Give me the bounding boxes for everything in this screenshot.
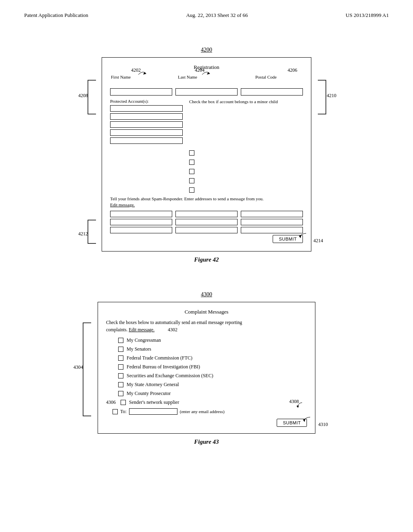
minor-label: Check the box if account belongs to a mi… (189, 99, 278, 147)
checkbox-row-1: My Senators (118, 346, 307, 352)
to-input[interactable] (129, 408, 177, 415)
last-name-field[interactable] (175, 88, 238, 96)
fig42-diagram: Registration First Name 4202 Last Name (102, 57, 311, 251)
checkbox-4[interactable] (118, 373, 123, 378)
header-left: Patent Application Publication (24, 12, 88, 19)
checkbox-7[interactable] (121, 400, 126, 405)
first-name-field[interactable] (110, 88, 172, 96)
postal-code-field[interactable] (241, 88, 303, 96)
to-row: To: (enter any email address) (113, 408, 307, 415)
minor-checkbox-4[interactable] (189, 178, 194, 183)
fig42-number: 4200 (201, 47, 212, 53)
callout-4206: 4206 (288, 67, 297, 73)
arrow-4204 (202, 71, 210, 75)
checkbox-5[interactable] (118, 382, 123, 387)
fig43-label: Figure 43 (194, 438, 219, 445)
friends-grid (110, 211, 303, 233)
fig42-submit-row: SUBMIT 4214 (110, 235, 303, 243)
to-hint: (enter any email address) (180, 409, 225, 414)
checkbox-6[interactable] (118, 391, 123, 396)
checkbox-row-3: Federal Bureau of Investigation (FBI) (118, 364, 307, 370)
checkbox-row-5: My State Attorney General (118, 382, 307, 388)
arrow-4202 (138, 71, 146, 75)
fig43-diagram: Complaint Messages Check the boxes below… (98, 302, 315, 434)
minor-checkbox-5[interactable] (189, 187, 194, 193)
callout-4310: 4310 (318, 422, 328, 428)
checkbox-1[interactable] (118, 347, 123, 352)
friends-row-3 (110, 227, 303, 233)
arrow-4308 (296, 402, 303, 408)
fig43-submit-button[interactable]: SUBMIT (277, 419, 307, 427)
callout-4214: 4214 (313, 238, 323, 244)
protected-fields (110, 105, 183, 144)
minor-checkbox-2[interactable] (189, 160, 194, 165)
checkbox-row-4: Securities and Exchange Commission (SEC) (118, 373, 307, 379)
friends-cell-3-1[interactable] (110, 227, 172, 233)
checkbox-row-2: Federal Trade Commission (FTC) (118, 355, 307, 361)
minor-checkbox-3[interactable] (189, 169, 194, 174)
friends-cell-2-2[interactable] (175, 219, 238, 225)
fig43-title: Complaint Messages (106, 309, 307, 315)
callout-4302-inline: 4302 (168, 327, 177, 332)
svg-marker-1 (207, 72, 210, 75)
checkbox-0[interactable] (118, 338, 123, 343)
fig42-top-fields (110, 88, 303, 96)
checkbox-2[interactable] (118, 355, 123, 361)
friends-cell-1-1[interactable] (110, 211, 172, 217)
first-name-label: First Name (111, 75, 131, 79)
protected-field-4[interactable] (110, 129, 183, 136)
callout-4212: 4212 (78, 231, 88, 237)
fig43-number: 4300 (201, 291, 212, 297)
friends-cell-3-2[interactable] (175, 227, 238, 233)
arrow-4310 (303, 416, 311, 423)
header-center: Aug. 22, 2013 Sheet 32 of 66 (186, 12, 248, 19)
protected-field-2[interactable] (110, 113, 183, 120)
friends-cell-1-3[interactable] (241, 211, 303, 217)
friends-cell-2-1[interactable] (110, 219, 172, 225)
svg-marker-3 (296, 405, 299, 408)
protected-field-1[interactable] (110, 105, 183, 112)
fig42-label: Figure 42 (194, 256, 219, 263)
page: Patent Application Publication Aug. 22, … (0, 0, 413, 532)
checkbox-row-0: My Congressman (118, 337, 307, 343)
callout-4208: 4208 (78, 93, 88, 99)
fig42-submit-button[interactable]: SUBMIT (273, 235, 303, 243)
protected-section: Protected Account(s): Che (110, 99, 303, 193)
callout-4306: 4306 (106, 399, 116, 405)
svg-marker-2 (299, 235, 301, 238)
fig43-edit-link[interactable]: Edit message. (129, 327, 154, 332)
header-right: US 2013/218999 A1 (346, 12, 389, 19)
patent-header: Patent Application Publication Aug. 22, … (24, 12, 389, 19)
friends-row-1 (110, 211, 303, 217)
minor-checkbox-1[interactable] (189, 150, 194, 156)
checkbox-row-6: My County Prosecutor (118, 391, 307, 397)
friends-cell-3-3[interactable] (241, 227, 303, 233)
checkboxes-col (189, 150, 194, 193)
tell-friends-text: Tell your friends about Spam-Responder. … (110, 196, 303, 208)
arrow-4214 (299, 233, 307, 239)
friends-row-2 (110, 219, 303, 225)
to-checkbox[interactable] (113, 409, 118, 414)
friends-cell-1-2[interactable] (175, 211, 238, 217)
fig43-submit-row: SUBMIT 4310 (106, 419, 307, 427)
friends-cell-2-3[interactable] (241, 219, 303, 225)
to-label: To: (120, 409, 127, 415)
checkboxes-list: My Congressman My Senators Federal Trade… (106, 337, 307, 405)
edit-message-link[interactable]: Edit message. (110, 202, 135, 207)
fig43-desc: Check the boxes below to automatically s… (106, 319, 307, 334)
svg-marker-4 (303, 419, 305, 422)
callout-4210: 4210 (327, 93, 336, 99)
last-name-label: Last Name (178, 75, 197, 79)
protected-field-5[interactable] (110, 137, 183, 144)
protected-label: Protected Account(s): (110, 99, 183, 104)
figure-42-section: 4200 4208 4210 4212 Regis (24, 35, 389, 263)
postal-code-label: Postal Code (255, 75, 277, 79)
figure-43-section: 4300 4304 Complaint Messages Check the b… (24, 279, 389, 446)
checkbox-3[interactable] (118, 364, 123, 370)
svg-marker-0 (143, 72, 146, 75)
protected-field-3[interactable] (110, 121, 183, 128)
callout-4304: 4304 (73, 364, 83, 370)
checkbox-row-7: 4306 Sender's network supplier 4308 (106, 399, 307, 405)
